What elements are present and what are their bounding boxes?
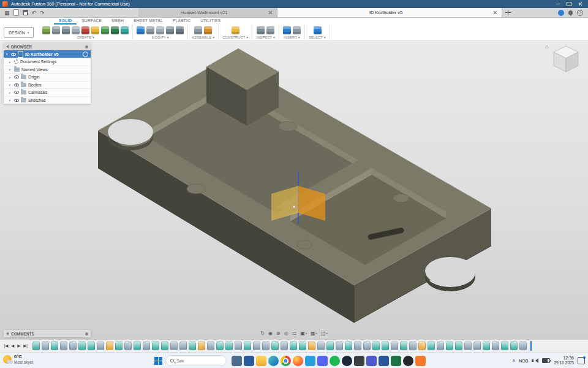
undo-icon[interactable]: ↶: [32, 10, 37, 16]
timeline-feature-14[interactable]: [152, 342, 159, 350]
orbit-icon[interactable]: ↻: [260, 331, 265, 336]
timeline-feature-21[interactable]: [216, 342, 224, 350]
timeline-feature-13[interactable]: [143, 342, 150, 350]
ribbon-group-label-select[interactable]: SELECT ▾: [309, 36, 326, 39]
weather-widget[interactable]: 0°C Mest skyet: [3, 355, 33, 364]
timeline-feature-1[interactable]: [32, 342, 40, 350]
notification-center-icon[interactable]: [578, 357, 585, 364]
model-viewport[interactable]: BROWSER ▾ ID Kortholder v5 ▸Document Set…: [0, 40, 588, 339]
revolve-icon[interactable]: [62, 26, 70, 34]
timeline-feature-46[interactable]: [446, 342, 453, 350]
timeline-feature-37[interactable]: [363, 342, 371, 350]
app-grid-icon[interactable]: ▦: [4, 10, 10, 16]
timeline-feature-17[interactable]: [179, 342, 187, 350]
edge-icon[interactable]: [268, 356, 279, 366]
ribbon-group-label-insert[interactable]: INSERT ▾: [284, 36, 300, 39]
ribbon-group-label-modify[interactable]: MODIFY ▾: [152, 36, 169, 39]
minimize-button[interactable]: [552, 0, 564, 8]
fit-icon[interactable]: ▭: [292, 331, 297, 336]
excel-icon[interactable]: [391, 356, 401, 366]
blender-icon[interactable]: [415, 356, 426, 366]
word-icon[interactable]: [379, 356, 389, 366]
view-cube[interactable]: ⌂: [545, 44, 583, 75]
timeline-feature-7[interactable]: [88, 342, 95, 350]
timeline-feature-18[interactable]: [189, 342, 196, 350]
obs-icon[interactable]: [354, 356, 364, 366]
browser-root-item[interactable]: ▾ ID Kortholder v5: [4, 50, 91, 58]
timeline-feature-29[interactable]: [290, 342, 297, 350]
fillet-icon[interactable]: [146, 26, 154, 34]
ribbon-tab-solid[interactable]: SOLID: [54, 18, 77, 25]
language-indicator[interactable]: NOB: [519, 359, 528, 363]
ribbon-group-label-assemble[interactable]: ASSEMBLE ▾: [192, 36, 214, 39]
new-tab-icon[interactable]: [505, 10, 511, 15]
timeline-feature-35[interactable]: [345, 342, 352, 350]
timeline-feature-54[interactable]: [519, 342, 527, 350]
timeline-feature-3[interactable]: [51, 342, 58, 350]
measure-icon[interactable]: [257, 26, 265, 34]
timeline-feature-47[interactable]: [455, 342, 462, 350]
timeline-feature-27[interactable]: [271, 342, 279, 350]
steam-icon[interactable]: [342, 356, 352, 366]
browser-item-sketches[interactable]: ▸Sketches: [4, 96, 91, 104]
widgets-icon[interactable]: [244, 356, 254, 366]
origin-point[interactable]: [293, 205, 295, 208]
expand-caret-icon[interactable]: ▸: [9, 98, 12, 102]
expand-caret-icon[interactable]: ▸: [9, 67, 12, 71]
timeline-position-marker[interactable]: [530, 341, 532, 351]
combine-icon[interactable]: [166, 26, 174, 34]
pipe-icon[interactable]: [121, 26, 129, 34]
workspace-switcher-button[interactable]: DESIGN: [4, 27, 34, 38]
timeline-feature-53[interactable]: [510, 342, 518, 350]
browser-item-canvases[interactable]: ▸Canvases: [4, 88, 91, 96]
document-tab-active[interactable]: ID Kortholder v5: [277, 8, 502, 17]
expand-caret-icon[interactable]: ▾: [6, 52, 9, 56]
browser-item-document-settings[interactable]: ▸Document Settings: [4, 58, 91, 66]
timeline-feature-15[interactable]: [161, 342, 168, 350]
grid-settings-icon[interactable]: ▦▾: [311, 331, 317, 336]
volume-icon[interactable]: [532, 358, 538, 363]
file-explorer-icon[interactable]: [256, 356, 266, 366]
ribbon-tab-mesh[interactable]: MESH: [107, 18, 129, 25]
timeline-play-button[interactable]: ▶: [17, 343, 20, 348]
timeline-feature-25[interactable]: [253, 342, 260, 350]
viewports-icon[interactable]: ◫▾: [321, 331, 328, 336]
timeline-feature-16[interactable]: [170, 342, 178, 350]
browser-item-bodies[interactable]: ▸Bodies: [4, 81, 91, 89]
timeline-feature-43[interactable]: [418, 342, 426, 350]
collapse-panel-icon[interactable]: [6, 45, 9, 48]
timeline-feature-9[interactable]: [106, 342, 113, 350]
shell-icon[interactable]: [156, 26, 164, 34]
taskbar-clock[interactable]: 12:36 29.10.2023: [554, 356, 574, 366]
redo-icon[interactable]: ↷: [40, 10, 45, 16]
expand-caret-icon[interactable]: ▸: [9, 83, 12, 86]
chrome-icon[interactable]: [281, 356, 291, 366]
timeline-feature-12[interactable]: [134, 342, 141, 350]
new-component-icon[interactable]: [42, 26, 50, 34]
spotify-icon[interactable]: [330, 356, 340, 366]
press-pull-icon[interactable]: [137, 26, 145, 34]
timeline-feature-52[interactable]: [501, 342, 508, 350]
dropdown-caret-icon[interactable]: ▾: [326, 332, 327, 335]
ribbon-group-label-construct[interactable]: CONSTRUCT ▾: [222, 36, 248, 39]
close-tab-icon[interactable]: [268, 10, 273, 15]
save-icon[interactable]: [23, 10, 28, 15]
timeline-feature-26[interactable]: [262, 342, 270, 350]
user-avatar[interactable]: [558, 10, 564, 16]
timeline-feature-11[interactable]: [124, 342, 132, 350]
timeline-feature-20[interactable]: [207, 342, 214, 350]
visibility-eye-icon[interactable]: [14, 83, 19, 86]
torus-icon[interactable]: [91, 26, 99, 34]
timeline-feature-5[interactable]: [69, 342, 77, 350]
timeline-feature-6[interactable]: [78, 342, 86, 350]
panel-options-icon[interactable]: [85, 45, 88, 48]
insert-mesh-icon[interactable]: [283, 26, 291, 34]
timeline-feature-39[interactable]: [382, 342, 389, 350]
construction-plane-icon[interactable]: [232, 26, 239, 34]
selection-filter-icon[interactable]: [83, 52, 88, 57]
move-icon[interactable]: [176, 26, 184, 34]
sphere-icon[interactable]: [101, 26, 109, 34]
expand-caret-icon[interactable]: ▸: [9, 91, 12, 94]
visibility-eye-icon[interactable]: [14, 99, 19, 102]
display-settings-icon[interactable]: ▣▾: [300, 331, 307, 336]
